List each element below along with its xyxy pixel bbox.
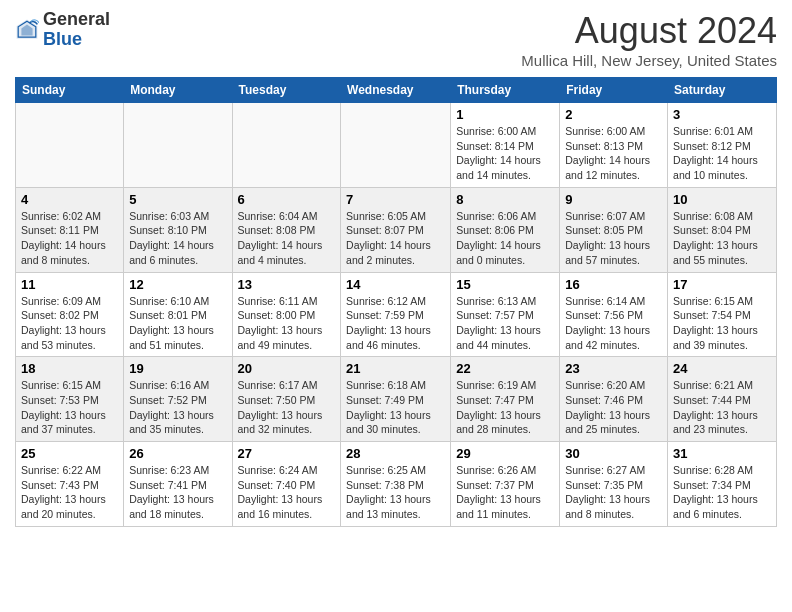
day-info: Sunrise: 6:05 AMSunset: 8:07 PMDaylight:… <box>346 210 431 266</box>
day-cell: 29Sunrise: 6:26 AMSunset: 7:37 PMDayligh… <box>451 442 560 527</box>
day-number: 27 <box>238 446 336 461</box>
logo-text: General Blue <box>43 10 110 50</box>
day-info: Sunrise: 6:02 AMSunset: 8:11 PMDaylight:… <box>21 210 106 266</box>
day-number: 7 <box>346 192 445 207</box>
day-info: Sunrise: 6:08 AMSunset: 8:04 PMDaylight:… <box>673 210 758 266</box>
day-number: 17 <box>673 277 771 292</box>
day-info: Sunrise: 6:00 AMSunset: 8:13 PMDaylight:… <box>565 125 650 181</box>
day-info: Sunrise: 6:15 AMSunset: 7:53 PMDaylight:… <box>21 379 106 435</box>
day-number: 15 <box>456 277 554 292</box>
day-cell <box>341 103 451 188</box>
column-header-monday: Monday <box>124 78 232 103</box>
day-number: 2 <box>565 107 662 122</box>
day-cell: 26Sunrise: 6:23 AMSunset: 7:41 PMDayligh… <box>124 442 232 527</box>
day-cell: 13Sunrise: 6:11 AMSunset: 8:00 PMDayligh… <box>232 272 341 357</box>
day-cell: 15Sunrise: 6:13 AMSunset: 7:57 PMDayligh… <box>451 272 560 357</box>
day-number: 11 <box>21 277 118 292</box>
day-info: Sunrise: 6:17 AMSunset: 7:50 PMDaylight:… <box>238 379 323 435</box>
day-cell: 20Sunrise: 6:17 AMSunset: 7:50 PMDayligh… <box>232 357 341 442</box>
week-row-5: 25Sunrise: 6:22 AMSunset: 7:43 PMDayligh… <box>16 442 777 527</box>
day-cell: 1Sunrise: 6:00 AMSunset: 8:14 PMDaylight… <box>451 103 560 188</box>
day-number: 30 <box>565 446 662 461</box>
column-header-tuesday: Tuesday <box>232 78 341 103</box>
week-row-3: 11Sunrise: 6:09 AMSunset: 8:02 PMDayligh… <box>16 272 777 357</box>
column-header-sunday: Sunday <box>16 78 124 103</box>
day-number: 18 <box>21 361 118 376</box>
day-number: 24 <box>673 361 771 376</box>
day-cell: 21Sunrise: 6:18 AMSunset: 7:49 PMDayligh… <box>341 357 451 442</box>
week-row-1: 1Sunrise: 6:00 AMSunset: 8:14 PMDaylight… <box>16 103 777 188</box>
day-cell: 16Sunrise: 6:14 AMSunset: 7:56 PMDayligh… <box>560 272 668 357</box>
day-number: 25 <box>21 446 118 461</box>
day-number: 13 <box>238 277 336 292</box>
day-cell: 28Sunrise: 6:25 AMSunset: 7:38 PMDayligh… <box>341 442 451 527</box>
logo-general: General <box>43 9 110 29</box>
title-block: August 2024 Mullica Hill, New Jersey, Un… <box>521 10 777 69</box>
day-number: 14 <box>346 277 445 292</box>
day-number: 29 <box>456 446 554 461</box>
day-cell: 5Sunrise: 6:03 AMSunset: 8:10 PMDaylight… <box>124 187 232 272</box>
day-cell: 22Sunrise: 6:19 AMSunset: 7:47 PMDayligh… <box>451 357 560 442</box>
day-cell: 17Sunrise: 6:15 AMSunset: 7:54 PMDayligh… <box>668 272 777 357</box>
day-info: Sunrise: 6:04 AMSunset: 8:08 PMDaylight:… <box>238 210 323 266</box>
day-info: Sunrise: 6:14 AMSunset: 7:56 PMDaylight:… <box>565 295 650 351</box>
column-header-wednesday: Wednesday <box>341 78 451 103</box>
day-info: Sunrise: 6:21 AMSunset: 7:44 PMDaylight:… <box>673 379 758 435</box>
day-cell <box>232 103 341 188</box>
day-cell <box>124 103 232 188</box>
calendar-table: SundayMondayTuesdayWednesdayThursdayFrid… <box>15 77 777 527</box>
day-cell: 3Sunrise: 6:01 AMSunset: 8:12 PMDaylight… <box>668 103 777 188</box>
day-cell: 4Sunrise: 6:02 AMSunset: 8:11 PMDaylight… <box>16 187 124 272</box>
day-info: Sunrise: 6:15 AMSunset: 7:54 PMDaylight:… <box>673 295 758 351</box>
day-cell: 14Sunrise: 6:12 AMSunset: 7:59 PMDayligh… <box>341 272 451 357</box>
day-cell: 30Sunrise: 6:27 AMSunset: 7:35 PMDayligh… <box>560 442 668 527</box>
day-info: Sunrise: 6:00 AMSunset: 8:14 PMDaylight:… <box>456 125 541 181</box>
day-number: 19 <box>129 361 226 376</box>
day-cell: 6Sunrise: 6:04 AMSunset: 8:08 PMDaylight… <box>232 187 341 272</box>
day-cell: 19Sunrise: 6:16 AMSunset: 7:52 PMDayligh… <box>124 357 232 442</box>
column-header-saturday: Saturday <box>668 78 777 103</box>
day-number: 10 <box>673 192 771 207</box>
day-number: 12 <box>129 277 226 292</box>
week-row-2: 4Sunrise: 6:02 AMSunset: 8:11 PMDaylight… <box>16 187 777 272</box>
logo: General Blue <box>15 10 110 50</box>
day-info: Sunrise: 6:27 AMSunset: 7:35 PMDaylight:… <box>565 464 650 520</box>
day-cell: 27Sunrise: 6:24 AMSunset: 7:40 PMDayligh… <box>232 442 341 527</box>
day-info: Sunrise: 6:26 AMSunset: 7:37 PMDaylight:… <box>456 464 541 520</box>
page-title: August 2024 <box>521 10 777 52</box>
day-cell: 23Sunrise: 6:20 AMSunset: 7:46 PMDayligh… <box>560 357 668 442</box>
day-number: 8 <box>456 192 554 207</box>
day-cell: 11Sunrise: 6:09 AMSunset: 8:02 PMDayligh… <box>16 272 124 357</box>
header-row: SundayMondayTuesdayWednesdayThursdayFrid… <box>16 78 777 103</box>
day-number: 28 <box>346 446 445 461</box>
day-cell: 10Sunrise: 6:08 AMSunset: 8:04 PMDayligh… <box>668 187 777 272</box>
day-info: Sunrise: 6:22 AMSunset: 7:43 PMDaylight:… <box>21 464 106 520</box>
day-info: Sunrise: 6:10 AMSunset: 8:01 PMDaylight:… <box>129 295 214 351</box>
day-info: Sunrise: 6:18 AMSunset: 7:49 PMDaylight:… <box>346 379 431 435</box>
day-number: 6 <box>238 192 336 207</box>
day-number: 5 <box>129 192 226 207</box>
day-cell: 25Sunrise: 6:22 AMSunset: 7:43 PMDayligh… <box>16 442 124 527</box>
logo-blue: Blue <box>43 29 82 49</box>
day-info: Sunrise: 6:06 AMSunset: 8:06 PMDaylight:… <box>456 210 541 266</box>
day-number: 1 <box>456 107 554 122</box>
day-info: Sunrise: 6:16 AMSunset: 7:52 PMDaylight:… <box>129 379 214 435</box>
day-info: Sunrise: 6:23 AMSunset: 7:41 PMDaylight:… <box>129 464 214 520</box>
day-cell: 12Sunrise: 6:10 AMSunset: 8:01 PMDayligh… <box>124 272 232 357</box>
day-number: 20 <box>238 361 336 376</box>
day-info: Sunrise: 6:12 AMSunset: 7:59 PMDaylight:… <box>346 295 431 351</box>
day-cell: 24Sunrise: 6:21 AMSunset: 7:44 PMDayligh… <box>668 357 777 442</box>
day-number: 21 <box>346 361 445 376</box>
day-number: 3 <box>673 107 771 122</box>
day-info: Sunrise: 6:03 AMSunset: 8:10 PMDaylight:… <box>129 210 214 266</box>
column-header-thursday: Thursday <box>451 78 560 103</box>
day-info: Sunrise: 6:11 AMSunset: 8:00 PMDaylight:… <box>238 295 323 351</box>
day-number: 31 <box>673 446 771 461</box>
day-number: 22 <box>456 361 554 376</box>
logo-icon <box>15 18 39 42</box>
day-cell: 31Sunrise: 6:28 AMSunset: 7:34 PMDayligh… <box>668 442 777 527</box>
day-cell: 18Sunrise: 6:15 AMSunset: 7:53 PMDayligh… <box>16 357 124 442</box>
day-info: Sunrise: 6:25 AMSunset: 7:38 PMDaylight:… <box>346 464 431 520</box>
day-info: Sunrise: 6:28 AMSunset: 7:34 PMDaylight:… <box>673 464 758 520</box>
day-number: 4 <box>21 192 118 207</box>
